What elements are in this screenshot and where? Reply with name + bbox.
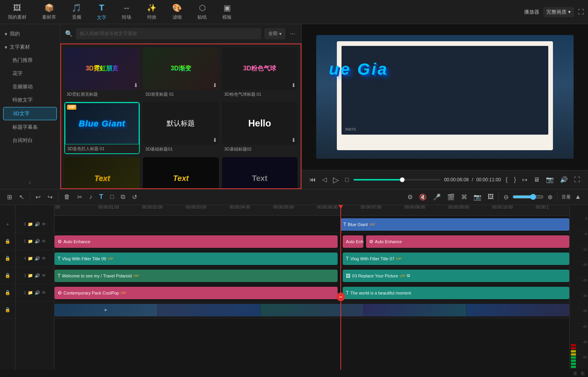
image-button[interactable]: 🖼 xyxy=(485,192,496,202)
crop-button[interactable]: □ xyxy=(108,192,116,202)
grid-item-pink[interactable]: 3D粉色气球 ⬇ 3D粉色气球标题 01 xyxy=(222,47,298,99)
collapse-sidebar-button[interactable]: ‹ xyxy=(0,176,60,189)
track4-folder-icon[interactable]: 📁 xyxy=(28,256,33,261)
zoom-in-button[interactable]: ⊕ xyxy=(545,192,555,202)
track-lock-button5[interactable]: 🔒 xyxy=(0,302,15,319)
toolbar-transition[interactable]: ↔ 转场 xyxy=(118,2,135,22)
sidebar-item-fx-text[interactable]: 特效文字 xyxy=(3,94,57,106)
sidebar-section-my[interactable]: ▾ 我的 xyxy=(0,27,60,40)
sidebar-section-text-material[interactable]: ▾ 文字素材 xyxy=(0,40,60,54)
toolbar-material-lib[interactable]: 📦 素材库 xyxy=(38,2,60,22)
download-icon[interactable]: ⬇ xyxy=(134,82,138,88)
toolbar-filter[interactable]: 🎨 滤镜 xyxy=(168,2,186,22)
track3-audio-icon[interactable]: 🔊 xyxy=(35,273,40,278)
sidebar-item-3d-text[interactable]: 3D文字 xyxy=(3,107,57,120)
monitor-button[interactable]: 🖥 xyxy=(532,175,541,185)
track-clip[interactable]: ⚙ Contemporary Pack CoolPop VIP xyxy=(55,287,338,299)
grid-item-bluegiant[interactable]: VIP Blue Giant 3D蓝色巨人标题 01 xyxy=(64,102,140,154)
grid-item-gold[interactable]: Text ⬇ 金星标题3 xyxy=(64,157,140,189)
track-clip[interactable]: T The world is a beautiful moment xyxy=(343,287,569,299)
grid-item-hello[interactable]: Hello ⬇ 3D基础标题02 xyxy=(222,102,298,154)
track-clip[interactable]: T Welcome to see my / Travel Polaroid VI… xyxy=(55,270,338,282)
photo-button[interactable]: 📷 xyxy=(471,192,484,202)
download-icon[interactable]: ⬇ xyxy=(213,137,217,143)
overlay-button[interactable]: ⧉ xyxy=(118,192,127,202)
grid-view-button[interactable]: ⊞ xyxy=(5,192,14,202)
main-video-clip[interactable]: ▶ xyxy=(55,304,569,316)
track-lock-button3[interactable]: 🔒 xyxy=(0,267,15,284)
redo-button[interactable]: ↪ xyxy=(45,192,55,202)
track-clip[interactable]: ⚙ Auto Enhance xyxy=(55,235,338,248)
track6-audio-icon[interactable]: 🔊 xyxy=(35,222,40,227)
star-button[interactable]: ⌘ xyxy=(459,192,470,202)
grid-item-movie8[interactable]: Text ⬇ 3D电影标题 08 xyxy=(222,157,298,189)
track-clip[interactable]: T Vlog With Filter Title 07 VIP xyxy=(343,253,569,265)
step-back-button[interactable]: ⏮ xyxy=(308,175,317,185)
download-icon[interactable]: ⬇ xyxy=(291,82,296,88)
snapshot-button[interactable]: 📷 xyxy=(544,174,555,185)
mute-button[interactable]: 🔇 xyxy=(417,192,429,202)
track3-eye-icon[interactable]: 👁 xyxy=(42,273,46,278)
sidebar-item-audio-driven[interactable]: 音频驱动 xyxy=(3,81,57,93)
grid-item-movie6[interactable]: Text ⬇ 3D电影标题6 xyxy=(143,157,218,189)
grid-item-gradient[interactable]: 3D渐变 ⬇ 3D渐变标题 01 xyxy=(143,47,218,99)
sidebar-item-fancy[interactable]: 花字 xyxy=(3,67,57,80)
audio-button[interactable]: 🔊 xyxy=(558,174,569,185)
track6-folder-icon[interactable]: 📁 xyxy=(28,222,33,227)
play-button[interactable]: ▷ xyxy=(331,174,340,186)
toolbar-effects[interactable]: ✨ 特效 xyxy=(143,2,160,22)
track5-audio-icon[interactable]: 🔊 xyxy=(35,239,40,244)
more-options-button[interactable]: ··· xyxy=(289,29,297,39)
track2-folder-icon[interactable]: 📁 xyxy=(28,290,33,295)
grid-item-default[interactable]: 默认标题 ⬇ 3D基础标题01 xyxy=(143,102,218,154)
volume-up-icon[interactable]: ▲ xyxy=(572,192,583,202)
toolbar-sticker[interactable]: ⬡ 贴纸 xyxy=(194,2,211,22)
delete-button[interactable]: 🗑 xyxy=(62,192,72,202)
stop-button[interactable]: □ xyxy=(343,175,350,185)
track2-audio-icon[interactable]: 🔊 xyxy=(35,290,40,295)
fullscreen-button[interactable]: ⛶ xyxy=(572,175,582,185)
mark-out-button[interactable]: } xyxy=(512,175,518,185)
frame-back-button[interactable]: ◁ xyxy=(320,174,328,185)
track5-eye-icon[interactable]: 👁 xyxy=(42,239,46,244)
toolbar-text[interactable]: T 文字 xyxy=(93,1,110,23)
track4-eye-icon[interactable]: 👁 xyxy=(42,256,46,261)
audio-split-button[interactable]: ♪ xyxy=(87,192,95,202)
track-lock-button[interactable]: 🔒 xyxy=(0,233,15,250)
zoom-out-button[interactable]: ⊖ xyxy=(501,192,511,202)
toolbar-my-material[interactable]: 🖼 我的素材 xyxy=(4,2,30,22)
sidebar-item-hot[interactable]: 热门推荐 xyxy=(3,54,57,67)
search-input[interactable]: 输入风格/用途等搜文字素材 xyxy=(76,28,261,39)
track2-eye-icon[interactable]: 👁 xyxy=(42,290,46,295)
replace-icon[interactable]: ⧉ xyxy=(407,273,410,278)
track-clip[interactable]: T Blue Giant VIP xyxy=(340,218,569,231)
toolbar-audio[interactable]: 🎵 音频 xyxy=(68,2,85,22)
cut-button[interactable]: ✂ xyxy=(75,192,85,202)
download-icon[interactable]: ⬇ xyxy=(213,82,217,88)
quality-select[interactable]: 完整画质 ▾ xyxy=(543,7,574,17)
track-lock-button2[interactable]: 🔒 xyxy=(0,250,15,267)
track4-audio-icon[interactable]: 🔊 xyxy=(35,256,40,261)
toolbar-template[interactable]: ▣ 模板 xyxy=(218,2,236,22)
text-button[interactable]: T xyxy=(97,192,106,202)
track-lock-button4[interactable]: 🔒 xyxy=(0,284,15,302)
track-clip[interactable]: 🖼 03 Replace Your Picture VIP ⧉ xyxy=(343,270,569,282)
camera-button[interactable]: 🎬 xyxy=(445,192,457,202)
mark-in-button[interactable]: { xyxy=(504,175,509,185)
zoom-slider[interactable] xyxy=(512,194,544,200)
rotate-button[interactable]: ↺ xyxy=(130,192,139,202)
track-clip[interactable]: T Vlog With Filter Title 09 VIP xyxy=(55,253,338,265)
track-clip[interactable]: Auto Enh xyxy=(343,235,363,248)
insert-button[interactable]: ↦ xyxy=(521,174,529,185)
track3-folder-icon[interactable]: 📁 xyxy=(28,273,33,278)
sidebar-item-dialogue[interactable]: 台词对白 xyxy=(3,134,57,147)
search-filter-dropdown[interactable]: 全部 ▾ xyxy=(264,28,285,39)
sidebar-item-subtitle[interactable]: 标题字幕条 xyxy=(3,121,57,133)
grid-item-rainbow[interactable]: 3D霓虹朋克 ⬇ 3D霓虹朋克标题 xyxy=(64,47,140,99)
screen-icon[interactable]: ⛶ xyxy=(578,9,584,16)
track6-eye-icon[interactable]: 👁 xyxy=(42,222,46,226)
settings-button[interactable]: ⚙ xyxy=(406,192,414,202)
track5-folder-icon[interactable]: 📁 xyxy=(28,239,33,244)
undo-button[interactable]: ↩ xyxy=(33,192,43,202)
track-clip[interactable]: ⚙ Auto Enhance xyxy=(366,235,569,248)
